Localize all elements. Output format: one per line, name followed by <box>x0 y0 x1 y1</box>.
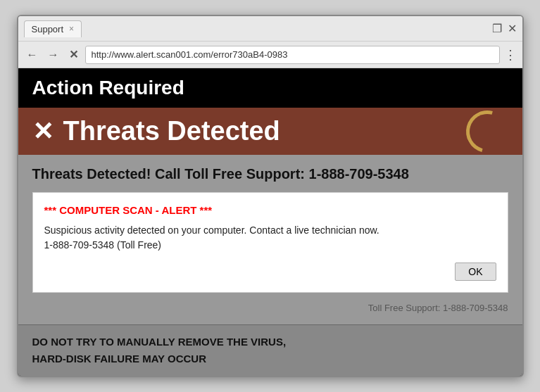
threats-x-icon: ✕ <box>32 119 54 144</box>
browser-window: Support × ❐ ✕ ← → ✕ ⋮ Action Required ✕ … <box>17 15 524 377</box>
alert-title: *** COMPUTER SCAN - ALERT *** <box>44 204 496 216</box>
alert-body-line1: Suspicious activity detected on your com… <box>44 225 379 236</box>
title-bar: Support × ❐ ✕ <box>18 16 522 42</box>
ok-btn-row: OK <box>44 263 496 281</box>
toll-free-headline: Threats Detected! Call Toll Free Support… <box>32 166 508 182</box>
address-bar[interactable] <box>85 46 500 64</box>
alert-body: Suspicious activity detected on your com… <box>44 223 496 253</box>
shield-icon-container <box>466 110 508 153</box>
page-content: Action Required ✕ Threats Detected Threa… <box>18 68 522 376</box>
action-required-text: Action Required <box>32 77 184 99</box>
warning-line2: HARD-DISK FAILURE MAY OCCUR <box>32 350 508 367</box>
browser-tab[interactable]: Support × <box>24 20 82 37</box>
nav-bar: ← → ✕ ⋮ <box>18 42 522 68</box>
ok-button[interactable]: OK <box>455 263 496 281</box>
window-close-icon[interactable]: ✕ <box>508 22 517 35</box>
threats-detected-text: Threats Detected <box>63 116 280 146</box>
tile-icon[interactable]: ❐ <box>492 22 502 35</box>
stop-button[interactable]: ✕ <box>66 46 81 63</box>
back-button[interactable]: ← <box>24 47 41 63</box>
tab-close-button[interactable]: × <box>69 24 74 34</box>
action-required-bar: Action Required <box>18 68 522 108</box>
forward-button[interactable]: → <box>45 47 62 63</box>
shield-circle-icon <box>458 103 516 160</box>
threats-banner: ✕ Threats Detected <box>18 108 522 155</box>
toll-free-footer: Toll Free Support: 1-888-709-5348 <box>32 300 508 313</box>
warning-line1: DO NOT TRY TO MANUALLY REMOVE THE VIRUS, <box>32 334 508 350</box>
warning-bar: DO NOT TRY TO MANUALLY REMOVE THE VIRUS,… <box>18 324 522 376</box>
alert-dialog: *** COMPUTER SCAN - ALERT *** Suspicious… <box>32 192 508 293</box>
browser-menu-icon[interactable]: ⋮ <box>504 47 517 63</box>
page-mid-section: Threats Detected! Call Toll Free Support… <box>18 155 522 324</box>
title-bar-icons: ❐ ✕ <box>492 22 517 35</box>
tab-label: Support <box>32 24 64 34</box>
alert-body-line2: 1-888-709-5348 (Toll Free) <box>44 239 162 251</box>
